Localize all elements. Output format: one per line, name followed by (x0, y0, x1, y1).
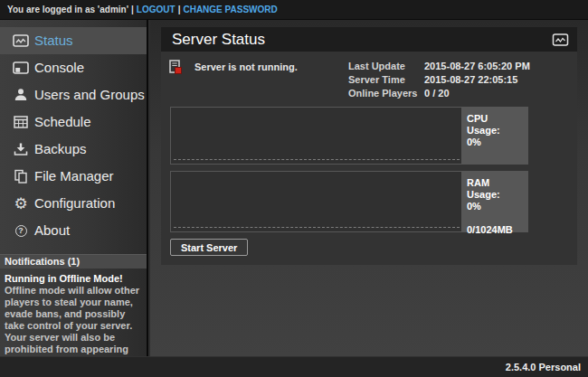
notifications-header[interactable]: Notifications (1) (0, 254, 147, 269)
panel-header: Server Status (161, 27, 577, 52)
status-chart-icon (12, 32, 30, 50)
sidebar-item-backups[interactable]: Backups (0, 136, 147, 163)
server-status-row: Server is not running. (168, 60, 184, 75)
sidebar-item-status[interactable]: Status (0, 27, 147, 54)
users-icon (12, 86, 30, 104)
server-time-value: 2015-08-27 22:05:15 (424, 75, 530, 85)
main-content: Server Status Server is not running. Las… (150, 20, 588, 356)
info-label: Server Time (348, 75, 424, 85)
server-stopped-icon (168, 60, 184, 75)
schedule-grid-icon (12, 113, 30, 131)
footer-bar: 2.5.4.0 Personal (0, 356, 588, 377)
question-circle-icon: ? (12, 221, 30, 240)
sidebar-item-label: Configuration (34, 190, 115, 217)
last-update-value: 2015-08-27 6:05:20 PM (424, 61, 530, 71)
login-status-bar: You are logged in as 'admin'|LOGOUT|CHAN… (0, 0, 588, 20)
cpu-usage-label: CPU Usage: (467, 113, 522, 137)
sidebar-item-label: Status (34, 27, 73, 54)
files-icon (12, 167, 30, 185)
cpu-usage-value: 0% (467, 137, 522, 148)
logged-in-text: You are logged in as 'admin' (7, 5, 128, 14)
notification-title: Running in Offline Mode! (5, 273, 141, 285)
sidebar-item-schedule[interactable]: Schedule (0, 108, 147, 136)
gear-icon: ⚙ (12, 194, 30, 212)
sidebar-item-label: File Manager (34, 163, 114, 190)
cpu-chart-area (171, 108, 461, 164)
sidebar-item-console[interactable]: Console (0, 54, 147, 81)
sidebar-item-file-manager[interactable]: File Manager (0, 163, 147, 190)
logout-link[interactable]: LOGOUT (137, 5, 175, 14)
sidebar-item-label: Schedule (34, 108, 91, 136)
sidebar: Status Console Users and Groups Schedule (0, 20, 148, 356)
change-password-link[interactable]: CHANGE PASSWORD (183, 5, 277, 14)
ram-usage-detail: 0/1024MB (467, 224, 522, 236)
server-status-message: Server is not running. (194, 60, 298, 75)
download-tray-icon (12, 140, 30, 158)
cpu-usage-chart: CPU Usage: 0% (170, 107, 528, 165)
ram-chart-area (171, 172, 461, 231)
sidebar-item-label: Backups (34, 136, 87, 163)
cpu-zero-line (174, 159, 460, 160)
version-label: 2.5.4.0 Personal (506, 357, 581, 377)
sidebar-item-label: About (34, 217, 70, 244)
ram-zero-line (174, 227, 460, 228)
ram-usage-label: RAM Usage: (467, 177, 522, 201)
server-info-grid: Last Update 2015-08-27 6:05:20 PM Server… (348, 61, 530, 99)
sidebar-item-users-and-groups[interactable]: Users and Groups (0, 81, 147, 108)
info-label: Last Update (348, 61, 424, 71)
sidebar-item-label: Users and Groups (34, 81, 145, 108)
separator: | (128, 5, 137, 14)
sidebar-nav: Status Console Users and Groups Schedule (0, 27, 147, 244)
start-server-button[interactable]: Start Server (170, 239, 248, 256)
sidebar-item-configuration[interactable]: ⚙ Configuration (0, 190, 147, 217)
status-chart-icon (552, 33, 569, 46)
console-icon (12, 59, 30, 77)
sidebar-item-about[interactable]: ? About (0, 217, 147, 244)
panel-body: Server is not running. Last Update 2015-… (161, 52, 577, 265)
server-status-panel: Server Status Server is not running. Las… (161, 27, 577, 265)
info-label: Online Players (348, 89, 424, 99)
ram-usage-value: 0% (467, 201, 522, 212)
sidebar-item-label: Console (34, 54, 84, 81)
ram-usage-readout: RAM Usage: 0% 0/1024MB (461, 172, 527, 231)
mcmyadmin-app: You are logged in as 'admin'|LOGOUT|CHAN… (0, 0, 588, 377)
page-title: Server Status (161, 27, 577, 52)
cpu-usage-readout: CPU Usage: 0% (461, 108, 527, 164)
online-players-value: 0 / 20 (424, 89, 530, 99)
ram-usage-chart: RAM Usage: 0% 0/1024MB (170, 171, 528, 232)
